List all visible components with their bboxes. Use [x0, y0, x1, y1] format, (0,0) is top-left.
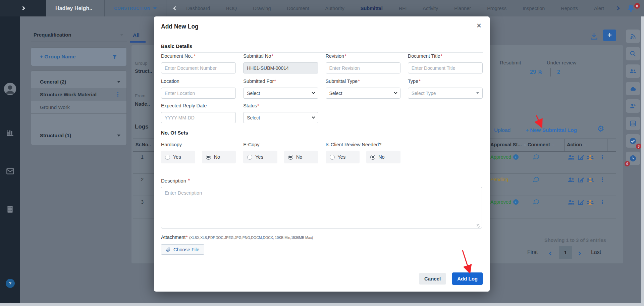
nav-reports[interactable]: Reports: [561, 6, 578, 11]
nav-activity[interactable]: Activity: [423, 6, 438, 11]
nav-rfi[interactable]: RFI: [399, 6, 407, 11]
info-icon[interactable]: i: [513, 154, 519, 160]
add-group-button[interactable]: + Group Name: [31, 47, 127, 66]
pagination-first[interactable]: First: [527, 249, 538, 255]
radio-icon: [330, 155, 335, 160]
col-approval-status[interactable]: Approval St...↑↓: [490, 142, 526, 147]
new-submittal-log-button[interactable]: + New Submittal Log: [526, 127, 577, 133]
workflow-team-button[interactable]: [586, 176, 594, 185]
nav-dashboard[interactable]: Dashboard: [186, 6, 210, 11]
revision-input[interactable]: [326, 62, 400, 73]
tree-item-ground-work[interactable]: Ground Work: [31, 101, 126, 114]
resize-handle[interactable]: [477, 224, 480, 227]
add-button[interactable]: +: [603, 30, 616, 41]
sidebar-expand-button[interactable]: [0, 0, 46, 16]
status-label: Status*: [243, 103, 318, 108]
comment-button[interactable]: [533, 198, 540, 207]
workflow-team-button[interactable]: [586, 199, 594, 208]
submittal-type-select[interactable]: Select: [326, 88, 400, 99]
ecopy-yes-option[interactable]: Yes: [243, 151, 277, 163]
horizontal-scrollbar[interactable]: [0, 303, 644, 306]
location-input[interactable]: [161, 88, 236, 99]
submitted-for-select[interactable]: Select: [243, 88, 318, 99]
nav-drawing[interactable]: Drawing: [253, 6, 271, 11]
add-log-button[interactable]: Add Log: [452, 272, 483, 285]
type-select[interactable]: Select Type: [408, 88, 483, 99]
company-button[interactable]: [0, 205, 20, 214]
panel-type-dropdown[interactable]: Prequalification: [31, 32, 127, 42]
profile-button[interactable]: [0, 82, 20, 96]
close-icon[interactable]: ✕: [476, 22, 482, 30]
nav-planner[interactable]: Planner: [454, 6, 471, 11]
comment-button[interactable]: [533, 153, 540, 162]
description-input[interactable]: [161, 187, 482, 228]
expected-reply-date-input[interactable]: [161, 112, 236, 123]
approvals-button[interactable]: 3: [626, 134, 640, 148]
edit-button[interactable]: [577, 176, 584, 185]
comment-button[interactable]: [533, 176, 540, 184]
download-button[interactable]: [590, 32, 598, 42]
vertical-scrollbar[interactable]: [641, 16, 644, 303]
edit-button[interactable]: [577, 154, 584, 162]
tree-item-structure-work-material[interactable]: Structure Work Material ⋮: [31, 88, 126, 101]
nav-authority[interactable]: Authority: [325, 6, 344, 11]
team-button[interactable]: [626, 64, 640, 78]
hardcopy-yes-option[interactable]: Yes: [161, 151, 195, 163]
chevron-down-icon: [117, 81, 120, 83]
add-user-button[interactable]: [626, 99, 640, 113]
analytics-button[interactable]: [0, 128, 20, 137]
group-general[interactable]: General (2): [31, 75, 126, 88]
help-button[interactable]: ?: [0, 279, 20, 288]
pagination-prev-icon[interactable]: [549, 250, 552, 256]
module-dropdown[interactable]: CONSTRUCTION: [105, 0, 166, 16]
pending-time-button[interactable]: 0: [626, 152, 640, 165]
document-title-input[interactable]: [408, 62, 483, 73]
nav-inspection[interactable]: Inspection: [523, 6, 545, 11]
nav-more-button[interactable]: [613, 0, 623, 16]
document-no-label: Document No..*: [161, 53, 236, 59]
choose-file-button[interactable]: Choose File: [161, 244, 204, 255]
client-review-yes-option[interactable]: Yes: [326, 151, 360, 163]
row-menu-icon[interactable]: ⋮: [599, 199, 605, 206]
nav-boq[interactable]: BOQ: [226, 6, 237, 11]
assign-users-button[interactable]: [568, 176, 575, 185]
col-action[interactable]: Action↑↓: [567, 142, 586, 147]
client-review-no-option[interactable]: No: [366, 151, 400, 163]
info-icon[interactable]: i: [513, 199, 519, 205]
mail-button[interactable]: [0, 167, 20, 176]
nav-progress[interactable]: Progress: [487, 6, 506, 11]
nav-alert[interactable]: Alert: [594, 6, 604, 11]
feed-button[interactable]: [626, 30, 640, 43]
row-menu-icon[interactable]: ⋮: [599, 154, 605, 161]
ecopy-no-option[interactable]: No: [284, 151, 318, 163]
table-settings-button[interactable]: ⚙: [597, 124, 604, 134]
search-button[interactable]: [626, 47, 640, 60]
document-no-input[interactable]: [161, 62, 236, 73]
nav-submittal[interactable]: Submittal: [361, 6, 383, 11]
cloud-button[interactable]: [626, 82, 640, 95]
edit-button[interactable]: [577, 199, 584, 207]
pagination-page[interactable]: 1: [559, 246, 572, 259]
col-comment[interactable]: Comment↑↓: [528, 142, 554, 147]
assign-users-button[interactable]: [568, 199, 575, 207]
cancel-button[interactable]: Cancel: [419, 273, 446, 285]
item-menu-icon[interactable]: ⋮: [115, 93, 120, 96]
nav-document[interactable]: Document: [287, 6, 309, 11]
group-structural[interactable]: Structural (1): [31, 129, 126, 142]
notifications-button[interactable]: 0: [623, 0, 644, 16]
status-select[interactable]: Select: [243, 112, 318, 123]
workflow-team-button[interactable]: [586, 154, 594, 163]
submittal-no-input[interactable]: [243, 62, 318, 73]
col-srno[interactable]: Sr.No..: [136, 142, 151, 147]
upload-button[interactable]: Upload: [494, 127, 511, 133]
row-menu-icon[interactable]: ⋮: [599, 176, 605, 183]
report-button[interactable]: [626, 117, 640, 130]
tab-all[interactable]: All: [133, 32, 140, 38]
pagination-next-icon[interactable]: [578, 250, 581, 256]
hardcopy-no-option[interactable]: No: [202, 151, 236, 163]
ecopy-label: E-Copy: [243, 142, 318, 147]
filter-icon: [112, 54, 118, 60]
nav-back-button[interactable]: [166, 0, 184, 16]
assign-users-button[interactable]: [568, 154, 575, 162]
pagination-last[interactable]: Last: [591, 249, 601, 255]
